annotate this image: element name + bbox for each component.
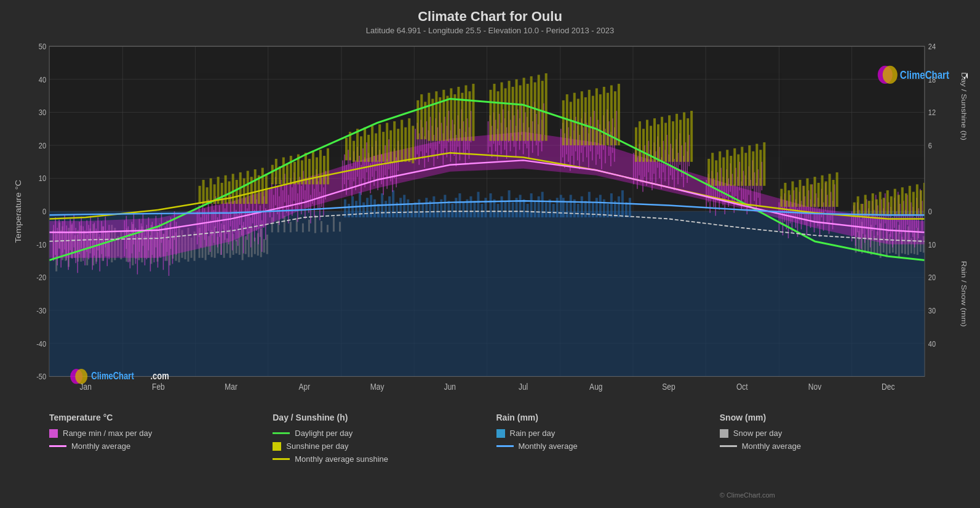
svg-rect-144 (462, 203, 464, 217)
svg-text:10: 10 (39, 174, 46, 183)
svg-rect-651 (581, 91, 583, 145)
svg-rect-673 (675, 114, 678, 162)
svg-rect-722 (243, 179, 245, 204)
svg-rect-734 (799, 180, 801, 207)
svg-rect-148 (477, 192, 479, 217)
svg-text:-50: -50 (36, 372, 46, 381)
legend-temperature-header: Temperature °C (49, 413, 273, 422)
svg-rect-175 (577, 204, 580, 217)
svg-rect-595 (345, 138, 348, 161)
legend-sunshine-header: Day / Sunshine (h) (273, 413, 496, 422)
svg-rect-609 (397, 129, 399, 162)
svg-rect-684 (730, 156, 732, 186)
svg-text:.com: .com (963, 68, 968, 81)
legend-daylight-label: Daylight per day (295, 429, 353, 438)
svg-rect-759 (905, 193, 907, 216)
svg-rect-661 (618, 84, 620, 145)
svg-text:20: 20 (928, 273, 936, 282)
legend-sunshine-day-label: Sunshine per day (286, 441, 348, 451)
svg-rect-142 (455, 198, 457, 217)
rain-day-icon (496, 429, 505, 438)
svg-rect-163 (534, 201, 536, 217)
snow-day-icon (720, 429, 728, 438)
svg-rect-753 (883, 198, 885, 216)
svg-rect-678 (707, 159, 710, 186)
svg-rect-184 (610, 193, 613, 217)
legend-temp-avg-label: Monthly average (71, 441, 130, 451)
svg-rect-741 (825, 181, 827, 206)
svg-text:-20: -20 (36, 273, 46, 282)
svg-text:10: 10 (928, 240, 936, 249)
svg-rect-707 (319, 150, 322, 184)
svg-rect-737 (810, 184, 813, 207)
svg-rect-685 (733, 148, 736, 186)
svg-rect-191 (348, 204, 350, 217)
svg-rect-188 (625, 203, 627, 217)
svg-text:Day / Sunshine (h): Day / Sunshine (h) (960, 72, 968, 140)
svg-rect-649 (573, 93, 576, 145)
legend-temp-range-label: Range min / max per day (63, 429, 152, 438)
svg-text:Jul: Jul (519, 382, 528, 392)
svg-rect-743 (832, 180, 835, 207)
svg-rect-195 (362, 203, 365, 217)
svg-rect-162 (530, 193, 533, 217)
svg-rect-161 (527, 204, 529, 217)
svg-rect-150 (484, 198, 487, 217)
svg-rect-629 (472, 84, 474, 141)
svg-rect-604 (378, 124, 381, 162)
svg-rect-164 (538, 196, 540, 217)
svg-rect-708 (323, 156, 325, 184)
legend-temp-avg: Monthly average (49, 441, 273, 451)
svg-text:Jun: Jun (444, 382, 456, 392)
daylight-icon (273, 432, 290, 434)
svg-text:-10: -10 (36, 240, 46, 249)
svg-rect-102 (308, 220, 310, 232)
svg-rect-95 (266, 235, 268, 254)
svg-rect-642 (534, 83, 536, 141)
svg-rect-196 (366, 198, 368, 217)
svg-rect-606 (386, 123, 388, 161)
svg-text:0: 0 (42, 207, 46, 216)
svg-rect-763 (920, 190, 922, 216)
svg-rect-155 (504, 201, 507, 217)
svg-rect-620 (439, 97, 441, 141)
svg-rect-719 (232, 174, 234, 204)
svg-rect-671 (668, 115, 671, 162)
svg-rect-744 (836, 172, 839, 207)
svg-rect-170 (560, 195, 562, 217)
svg-text:20: 20 (39, 141, 46, 150)
svg-rect-89 (248, 232, 250, 257)
svg-rect-186 (618, 196, 620, 217)
svg-text:50: 50 (39, 42, 46, 51)
svg-rect-598 (356, 129, 359, 162)
svg-rect-697 (282, 158, 285, 185)
svg-rect-613 (412, 126, 414, 163)
svg-rect-637 (516, 79, 518, 141)
svg-rect-208 (410, 204, 413, 217)
svg-rect-615 (420, 94, 423, 139)
svg-rect-104 (321, 221, 322, 232)
svg-rect-156 (508, 190, 511, 217)
svg-rect-141 (451, 204, 453, 217)
svg-text:ClimeChart: ClimeChart (91, 371, 134, 381)
svg-rect-735 (802, 186, 805, 207)
svg-rect-179 (592, 203, 594, 217)
svg-rect-704 (308, 159, 311, 184)
svg-rect-740 (821, 175, 824, 207)
svg-text:Aug: Aug (589, 382, 602, 392)
svg-rect-103 (314, 215, 316, 233)
svg-rect-742 (829, 174, 831, 207)
svg-rect-680 (715, 160, 717, 185)
svg-rect-599 (360, 136, 362, 161)
svg-rect-619 (435, 91, 437, 140)
svg-rect-177 (584, 201, 587, 217)
svg-rect-140 (447, 201, 450, 217)
svg-rect-632 (497, 91, 500, 140)
svg-rect-710 (199, 186, 201, 204)
svg-rect-597 (353, 141, 355, 162)
svg-rect-700 (293, 162, 296, 185)
svg-rect-617 (428, 93, 430, 141)
legend-snow-header: Snow (mm) (720, 413, 943, 422)
svg-rect-94 (263, 239, 265, 252)
svg-rect-105 (327, 225, 329, 232)
